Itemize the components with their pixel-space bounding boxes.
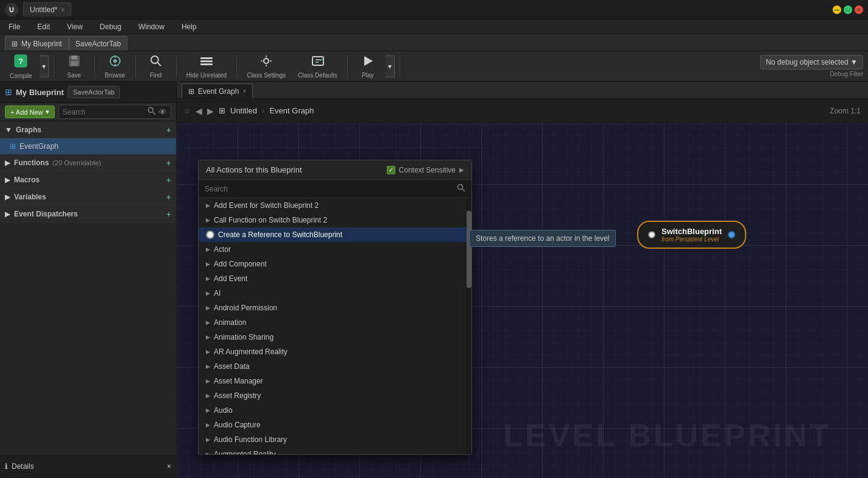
class-defaults-button[interactable]: Class Defaults bbox=[293, 52, 342, 81]
context-item-0[interactable]: ▶ Add Event for Switch Blueprint 2 bbox=[199, 198, 471, 213]
bookmark-icon[interactable]: ☆ bbox=[184, 107, 191, 115]
doc-tab-myblueprint[interactable]: ⊞ My Blueprint bbox=[5, 36, 69, 51]
browse-button[interactable]: Browse bbox=[100, 52, 130, 81]
svg-rect-13 bbox=[200, 63, 213, 65]
details-close-icon[interactable]: × bbox=[167, 462, 171, 471]
canvas-grid[interactable]: LEVEL BLUEPRINT SwitchBlueprint from Per… bbox=[177, 123, 868, 478]
doc-tab-saveactor[interactable]: SaveActorTab bbox=[69, 36, 128, 51]
add-variable-button[interactable]: + bbox=[166, 192, 171, 202]
context-item-13[interactable]: ▶ Asset Registry bbox=[199, 388, 471, 403]
hide-unrelated-button[interactable]: Hide Unrelated bbox=[182, 52, 232, 81]
graphs-label: Graphs bbox=[16, 126, 41, 134]
context-search-input[interactable] bbox=[205, 185, 453, 193]
context-item-label-12: Asset Manager bbox=[214, 377, 263, 385]
menu-view[interactable]: View bbox=[63, 21, 86, 32]
context-item-15[interactable]: ▶ Audio Capture bbox=[199, 418, 471, 432]
context-scrollbar-thumb[interactable] bbox=[467, 211, 471, 288]
doc-tab-myblueprint-label: My Blueprint bbox=[21, 40, 62, 48]
maximize-button[interactable]: □ bbox=[844, 5, 852, 14]
close-button[interactable]: × bbox=[855, 5, 863, 14]
details-icon: ℹ bbox=[5, 462, 8, 471]
class-settings-button[interactable]: Class Settings bbox=[242, 52, 291, 81]
add-function-button[interactable]: + bbox=[166, 158, 171, 168]
event-dispatchers-section-header[interactable]: ▶ Event Dispatchers + bbox=[0, 205, 176, 223]
expand-icon-9: ▶ bbox=[206, 334, 210, 340]
menu-window[interactable]: Window bbox=[135, 21, 168, 32]
tab-close-button[interactable]: × bbox=[61, 7, 65, 13]
functions-collapse-icon: ▶ bbox=[5, 159, 10, 167]
context-item-4[interactable]: ▶ Add Component bbox=[199, 257, 471, 271]
context-item-6[interactable]: ▶ AI bbox=[199, 286, 471, 301]
context-menu-title: All Actions for this Blueprint bbox=[206, 165, 302, 174]
graph-tab-label: Event Graph bbox=[198, 87, 239, 96]
context-item-label-10: AR Augmented Reality bbox=[214, 348, 288, 356]
doc-tabs-bar: ⊞ My Blueprint SaveActorTab bbox=[0, 34, 868, 51]
ref-pin-icon bbox=[206, 230, 214, 239]
context-item-17[interactable]: ▶ Augmented Reality bbox=[199, 447, 471, 454]
context-item-9[interactable]: ▶ Animation Sharing bbox=[199, 330, 471, 344]
expand-icon-13: ▶ bbox=[206, 393, 210, 399]
context-sensitive-row[interactable]: ✓ Context Sensitive ▶ bbox=[387, 166, 464, 174]
menu-file[interactable]: File bbox=[5, 21, 24, 32]
expand-icon-10: ▶ bbox=[206, 349, 210, 355]
context-item-label-15: Audio Capture bbox=[214, 421, 261, 429]
add-new-button[interactable]: + Add New ▾ bbox=[5, 105, 55, 118]
functions-label: Functions bbox=[14, 159, 49, 167]
expand-icon-8: ▶ bbox=[206, 319, 210, 326]
context-scrollbar[interactable] bbox=[467, 198, 471, 454]
minimize-button[interactable]: — bbox=[833, 5, 841, 14]
context-item-14[interactable]: ▶ Audio bbox=[199, 403, 471, 418]
context-item-8[interactable]: ▶ Animation bbox=[199, 315, 471, 330]
context-item-7[interactable]: ▶ Android Permission bbox=[199, 301, 471, 315]
event-graph-tab[interactable]: ⊞ Event Graph × bbox=[182, 84, 253, 98]
compile-arrow-button[interactable]: ▾ bbox=[40, 55, 49, 77]
functions-section-header[interactable]: ▶ Functions (20 Overridable) + bbox=[0, 154, 176, 171]
add-dispatcher-button[interactable]: + bbox=[166, 209, 171, 219]
toolbar-separator-7 bbox=[400, 55, 400, 77]
context-item-11[interactable]: ▶ Asset Data bbox=[199, 359, 471, 374]
nav-back-button[interactable]: ◀ bbox=[196, 106, 202, 116]
search-input[interactable] bbox=[63, 108, 145, 116]
context-item-1[interactable]: ▶ Call Function on Switch Blueprint 2 bbox=[199, 213, 471, 227]
event-dispatchers-label: Event Dispatchers bbox=[14, 210, 78, 218]
context-item-12[interactable]: ▶ Asset Manager bbox=[199, 374, 471, 388]
variables-label: Variables bbox=[14, 193, 46, 201]
context-item-16[interactable]: ▶ Audio Function Library bbox=[199, 432, 471, 447]
graph-tab-close-icon[interactable]: × bbox=[242, 88, 246, 95]
nav-forward-button[interactable]: ▶ bbox=[207, 106, 214, 116]
menu-help[interactable]: Help bbox=[178, 21, 200, 32]
graphs-section-header[interactable]: ▼ Graphs + bbox=[0, 121, 176, 138]
context-item-5[interactable]: ▶ Add Event bbox=[199, 271, 471, 286]
menu-debug[interactable]: Debug bbox=[96, 21, 125, 32]
play-button[interactable]: Play bbox=[353, 52, 383, 81]
svg-rect-15 bbox=[312, 57, 323, 65]
menu-edit[interactable]: Edit bbox=[34, 21, 54, 32]
save-button[interactable]: Save bbox=[59, 52, 90, 81]
add-macro-button[interactable]: + bbox=[166, 175, 171, 185]
macros-label: Macros bbox=[14, 176, 40, 184]
compile-button[interactable]: ? Compile bbox=[5, 51, 37, 82]
context-item-label-11: Asset Data bbox=[214, 362, 250, 371]
expand-icon-12: ▶ bbox=[206, 378, 210, 384]
add-graph-button[interactable]: + bbox=[166, 125, 171, 135]
breadcrumb-project[interactable]: Untitled bbox=[230, 106, 257, 115]
context-item-10[interactable]: ▶ AR Augmented Reality bbox=[199, 344, 471, 359]
bp-node-subtitle: from Persistent Level bbox=[662, 236, 722, 243]
bp-node-switchblueprint[interactable]: SwitchBlueprint from Persistent Level bbox=[637, 221, 746, 249]
svg-point-19 bbox=[458, 185, 463, 190]
find-button[interactable]: Find bbox=[141, 52, 171, 81]
svg-line-10 bbox=[158, 63, 161, 66]
breadcrumb-graph[interactable]: Event Graph bbox=[269, 106, 314, 115]
macros-section-header[interactable]: ▶ Macros + bbox=[0, 171, 176, 188]
main-tab[interactable]: Untitled* × bbox=[23, 2, 71, 16]
debug-selector[interactable]: No debug object selected ▼ bbox=[760, 55, 863, 70]
svg-point-6 bbox=[113, 59, 117, 63]
eye-icon[interactable]: 👁 bbox=[158, 107, 167, 117]
event-graph-item[interactable]: ⊞ EventGraph bbox=[0, 138, 176, 154]
save-actor-tab-button[interactable]: SaveActorTab bbox=[68, 86, 120, 98]
play-arrow-button[interactable]: ▾ bbox=[386, 55, 395, 77]
context-item-3[interactable]: ▶ Actor bbox=[199, 242, 471, 257]
context-sensitive-checkbox[interactable]: ✓ bbox=[387, 166, 395, 174]
variables-section-header[interactable]: ▶ Variables + bbox=[0, 188, 176, 205]
context-item-2[interactable]: Create a Reference to SwitchBlueprint bbox=[199, 227, 471, 242]
